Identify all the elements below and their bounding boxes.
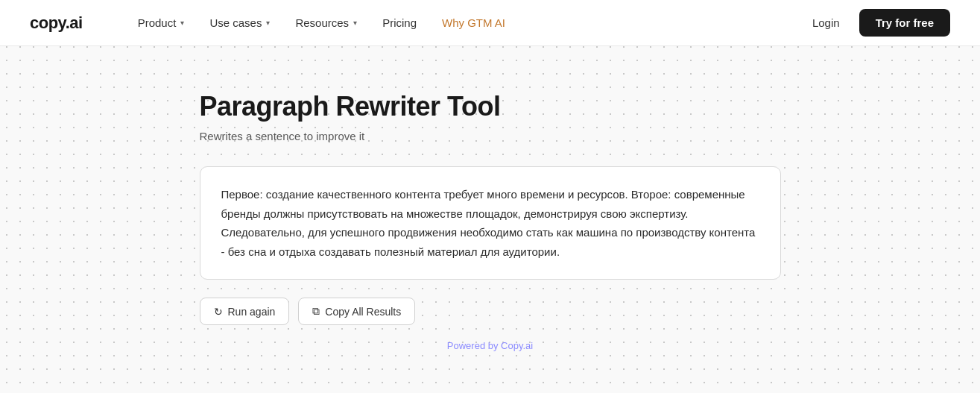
nav-label-why-gtm: Why GTM AI (442, 16, 505, 29)
run-again-label: Run again (228, 306, 276, 318)
nav-links: Product ▾ Use cases ▾ Resources ▾ Pricin… (127, 10, 802, 35)
nav-item-resources[interactable]: Resources ▾ (285, 10, 367, 35)
logo[interactable]: copy.ai (30, 13, 83, 33)
nav-item-use-cases[interactable]: Use cases ▾ (199, 10, 280, 35)
nav-label-resources: Resources (295, 16, 349, 29)
run-icon: ↻ (214, 306, 223, 318)
run-again-button[interactable]: ↻ Run again (200, 298, 290, 325)
main-content: Paragraph Rewriter Tool Rewrites a sente… (0, 46, 980, 381)
nav-label-product: Product (138, 16, 177, 29)
login-button[interactable]: Login (802, 10, 850, 35)
chevron-down-icon: ▾ (353, 19, 357, 27)
powered-by-text: Powered by Copy.ai (447, 340, 533, 351)
result-box: Первое: создание качественного контента … (200, 166, 781, 280)
content-wrapper: Paragraph Rewriter Tool Rewrites a sente… (200, 91, 781, 351)
navbar: copy.ai Product ▾ Use cases ▾ Resources … (0, 0, 980, 46)
nav-label-pricing: Pricing (382, 16, 417, 29)
powered-by: Powered by Copy.ai (200, 340, 781, 351)
nav-item-product[interactable]: Product ▾ (127, 10, 195, 35)
nav-item-why-gtm[interactable]: Why GTM AI (431, 10, 516, 35)
page-subtitle: Rewrites a sentence to improve it (200, 130, 781, 142)
nav-label-use-cases: Use cases (209, 16, 262, 29)
copy-all-results-button[interactable]: ⧉ Copy All Results (298, 298, 415, 325)
chevron-down-icon: ▾ (266, 19, 270, 27)
nav-item-pricing[interactable]: Pricing (372, 10, 427, 35)
nav-right: Login Try for free (802, 9, 950, 37)
page-title: Paragraph Rewriter Tool (200, 91, 781, 122)
action-buttons: ↻ Run again ⧉ Copy All Results (200, 298, 781, 325)
chevron-down-icon: ▾ (180, 19, 184, 27)
copy-all-label: Copy All Results (325, 306, 401, 318)
try-for-free-button[interactable]: Try for free (859, 9, 950, 37)
copy-icon: ⧉ (312, 305, 320, 318)
result-text: Первое: создание качественного контента … (221, 185, 759, 261)
